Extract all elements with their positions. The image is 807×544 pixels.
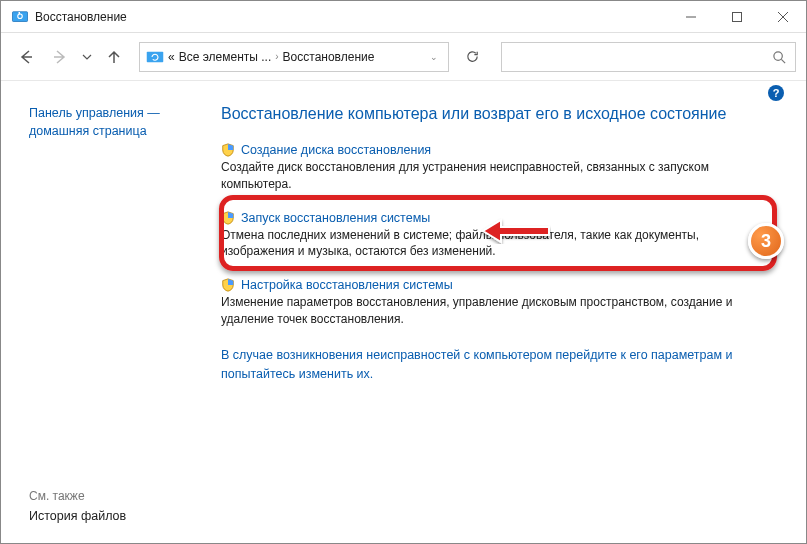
sidebar: Панель управления — домашняя страница См…: [1, 81, 211, 543]
address-bar[interactable]: « Все элементы ... › Восстановление ⌄: [139, 42, 449, 72]
breadcrumb-ellipsis: «: [168, 50, 175, 64]
breadcrumb-sep-icon: ›: [275, 51, 278, 62]
forward-button[interactable]: [45, 42, 75, 72]
content-area: Панель управления — домашняя страница См…: [1, 81, 806, 543]
create-recovery-drive-title: Создание диска восстановления: [241, 143, 431, 157]
file-history-link[interactable]: История файлов: [29, 509, 126, 523]
configure-system-restore-link[interactable]: Настройка восстановления системы: [221, 278, 766, 292]
main-panel: ? Восстановление компьютера или возврат …: [211, 81, 806, 543]
window-title: Восстановление: [35, 10, 668, 24]
search-icon: [772, 50, 787, 65]
close-button[interactable]: [760, 1, 806, 33]
back-button[interactable]: [11, 42, 41, 72]
configure-system-restore-desc: Изменение параметров восстановления, упр…: [221, 294, 766, 328]
create-recovery-drive-desc: Создайте диск восстановления для устране…: [221, 159, 766, 193]
history-dropdown[interactable]: [79, 42, 95, 72]
create-recovery-drive-link[interactable]: Создание диска восстановления: [221, 143, 766, 157]
shield-icon: [221, 211, 235, 225]
recovery-small-icon: [146, 50, 164, 64]
svg-rect-3: [733, 12, 742, 21]
shield-icon: [221, 278, 235, 292]
open-system-restore-desc: Отмена последних изменений в системе; фа…: [221, 227, 766, 261]
breadcrumb-current[interactable]: Восстановление: [283, 50, 375, 64]
window-controls: [668, 1, 806, 33]
open-system-restore-item: Запуск восстановления системы Отмена пос…: [221, 211, 776, 261]
title-bar: Восстановление: [1, 1, 806, 33]
svg-line-8: [781, 59, 785, 63]
pc-settings-link[interactable]: В случае возникновения неисправностей с …: [221, 346, 776, 384]
help-icon[interactable]: ?: [768, 85, 784, 101]
recovery-icon: [11, 8, 29, 26]
configure-system-restore-item: Настройка восстановления системы Изменен…: [221, 278, 776, 328]
breadcrumb-root[interactable]: Все элементы ...: [179, 50, 272, 64]
svg-point-7: [774, 51, 782, 59]
open-system-restore-title: Запуск восстановления системы: [241, 211, 430, 225]
annotation-step-badge: 3: [748, 223, 784, 259]
create-recovery-drive-item: Создание диска восстановления Создайте д…: [221, 143, 776, 193]
up-button[interactable]: [99, 42, 129, 72]
refresh-button[interactable]: [457, 42, 487, 72]
address-dropdown-icon[interactable]: ⌄: [426, 52, 442, 62]
minimize-button[interactable]: [668, 1, 714, 33]
maximize-button[interactable]: [714, 1, 760, 33]
sidebar-bottom: См. также История файлов: [29, 489, 126, 523]
page-title: Восстановление компьютера или возврат ег…: [221, 105, 776, 123]
search-input[interactable]: [501, 42, 796, 72]
open-system-restore-link[interactable]: Запуск восстановления системы: [221, 211, 766, 225]
control-panel-home-link[interactable]: Панель управления — домашняя страница: [29, 105, 199, 140]
see-also-label: См. также: [29, 489, 126, 503]
configure-system-restore-title: Настройка восстановления системы: [241, 278, 453, 292]
nav-bar: « Все элементы ... › Восстановление ⌄: [1, 33, 806, 81]
shield-icon: [221, 143, 235, 157]
